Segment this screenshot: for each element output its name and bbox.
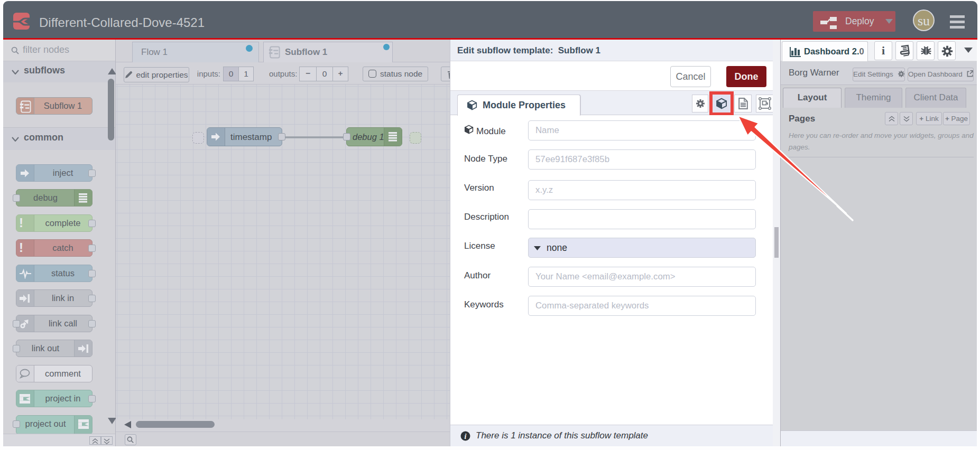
svg-text:i: i [465,433,467,440]
